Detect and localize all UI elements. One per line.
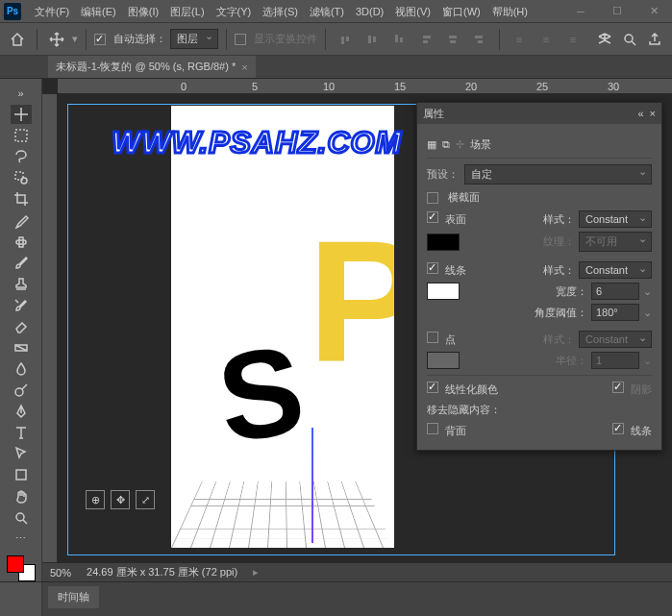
menu-window[interactable]: 窗口(W): [436, 0, 486, 23]
foreground-color[interactable]: [7, 555, 24, 573]
hand-tool[interactable]: [11, 486, 32, 505]
menu-help[interactable]: 帮助(H): [486, 0, 534, 23]
zoom-level[interactable]: 50%: [50, 567, 71, 579]
align-hcenter-icon[interactable]: [441, 28, 464, 51]
eraser-tool[interactable]: [11, 317, 32, 336]
mesh-icon[interactable]: ▦: [427, 138, 436, 151]
document-tab-bar: 未标题-1-恢复的 @ 50% (s, RGB/8#) * ×: [0, 56, 672, 79]
stamp-tool[interactable]: [11, 275, 32, 294]
search-icon[interactable]: [618, 28, 641, 51]
panel-tab-properties[interactable]: 属性: [423, 107, 444, 121]
layer-type-dropdown[interactable]: 图层: [170, 29, 218, 49]
lines2-checkbox[interactable]: [612, 423, 624, 434]
tools-panel: » ⋯: [0, 79, 42, 581]
window-maximize-button[interactable]: ☐: [599, 0, 635, 23]
preset-label: 预设：: [427, 167, 459, 182]
distribute-1-icon[interactable]: ≡: [508, 28, 531, 51]
share-icon[interactable]: [643, 28, 666, 51]
svg-point-8: [16, 513, 24, 521]
collapse-icon[interactable]: »: [11, 84, 32, 103]
distribute-2-icon[interactable]: ≡: [535, 28, 558, 51]
show-transform-checkbox[interactable]: [235, 34, 246, 45]
lines2-label: 线条: [631, 425, 652, 436]
home-icon[interactable]: [6, 28, 29, 51]
dodge-tool[interactable]: [11, 381, 32, 400]
crop-tool[interactable]: [11, 189, 32, 209]
width-input[interactable]: [591, 283, 639, 300]
menu-layer[interactable]: 图层(L): [164, 0, 210, 23]
cross-section-checkbox[interactable]: [427, 192, 438, 204]
gradient-tool[interactable]: [11, 338, 32, 357]
menu-image[interactable]: 图像(I): [122, 0, 164, 23]
type-tool[interactable]: [11, 423, 32, 442]
quick-select-tool[interactable]: [11, 168, 32, 187]
menu-edit[interactable]: 编辑(E): [75, 0, 122, 23]
lines-color-swatch[interactable]: [427, 283, 460, 300]
auto-select-checkbox[interactable]: [94, 34, 106, 45]
move-tool-icon[interactable]: [45, 28, 68, 51]
distribute-3-icon[interactable]: ≡: [561, 28, 585, 51]
window-minimize-button[interactable]: ─: [562, 0, 599, 23]
document-canvas[interactable]: P S: [171, 106, 394, 548]
backface-label: 背面: [445, 425, 466, 436]
window-close-button[interactable]: ✕: [635, 0, 672, 23]
artwork-letter-s: S: [210, 317, 312, 472]
lines-style-dropdown[interactable]: Constant: [579, 261, 652, 279]
surface-checkbox[interactable]: [427, 211, 438, 223]
menu-filter[interactable]: 滤镜(T): [304, 0, 350, 23]
surface-style-dropdown[interactable]: Constant: [579, 210, 652, 228]
align-right-icon[interactable]: [468, 28, 491, 51]
history-brush-tool[interactable]: [11, 296, 32, 315]
3d-mode-icon[interactable]: [593, 28, 616, 51]
menu-view[interactable]: 视图(V): [389, 0, 436, 23]
points-checkbox[interactable]: [427, 332, 438, 343]
panel-collapse-icon[interactable]: «: [637, 108, 643, 119]
blur-tool[interactable]: [11, 359, 32, 379]
move-tool[interactable]: [11, 105, 32, 124]
linearize-checkbox[interactable]: [427, 382, 438, 393]
show-transform-label: 显示变换控件: [254, 32, 317, 46]
status-bar: 50% 24.69 厘米 x 31.75 厘米 (72 ppi) ▸: [42, 562, 672, 581]
menu-file[interactable]: 文件(F): [29, 0, 75, 23]
svg-rect-4: [16, 240, 26, 244]
lasso-tool[interactable]: [11, 147, 32, 166]
menu-type[interactable]: 文字(Y): [211, 0, 258, 23]
shadow-checkbox[interactable]: [612, 382, 624, 393]
3d-pan-icon[interactable]: ✥: [111, 490, 130, 509]
document-dimensions[interactable]: 24.69 厘米 x 31.75 厘米 (72 ppi): [87, 565, 237, 579]
lines-checkbox[interactable]: [427, 262, 438, 274]
3d-axis-indicator: [311, 428, 313, 543]
auto-select-label: 自动选择：: [113, 32, 166, 46]
angle-input[interactable]: [591, 304, 639, 321]
panel-close-icon[interactable]: ×: [650, 108, 656, 119]
close-icon[interactable]: ×: [241, 62, 247, 73]
points-color-swatch: [427, 352, 460, 369]
path-select-tool[interactable]: [11, 444, 32, 463]
zoom-tool[interactable]: [11, 508, 32, 528]
marquee-tool[interactable]: [11, 126, 32, 145]
3d-orbit-icon[interactable]: ⊕: [86, 490, 105, 509]
shape-tool[interactable]: [11, 465, 32, 484]
surface-label: 表面: [445, 213, 466, 225]
eyedropper-tool[interactable]: [11, 210, 32, 230]
align-top-icon[interactable]: [334, 28, 357, 51]
points-style-label: 样式：: [543, 333, 575, 347]
3d-scale-icon[interactable]: ⤢: [136, 490, 155, 509]
timeline-tab[interactable]: 时间轴: [48, 586, 99, 608]
document-tab[interactable]: 未标题-1-恢复的 @ 50% (s, RGB/8#) * ×: [48, 56, 256, 78]
pen-tool[interactable]: [11, 402, 32, 421]
preset-dropdown[interactable]: 自定: [464, 164, 652, 185]
menu-select[interactable]: 选择(S): [257, 0, 304, 23]
layers-icon[interactable]: ⧉: [442, 138, 450, 151]
color-swatches[interactable]: [7, 555, 36, 581]
menu-3d[interactable]: 3D(D): [350, 0, 389, 23]
align-left-icon[interactable]: [414, 28, 437, 51]
healing-tool[interactable]: [11, 233, 32, 252]
brush-tool[interactable]: [11, 254, 32, 273]
surface-color-swatch[interactable]: [427, 234, 460, 251]
align-vcenter-icon[interactable]: [361, 28, 384, 51]
light-icon[interactable]: ✢: [456, 138, 464, 151]
edit-toolbar-icon[interactable]: ⋯: [11, 530, 32, 549]
backface-checkbox[interactable]: [427, 423, 438, 434]
align-bottom-icon[interactable]: [387, 28, 411, 51]
